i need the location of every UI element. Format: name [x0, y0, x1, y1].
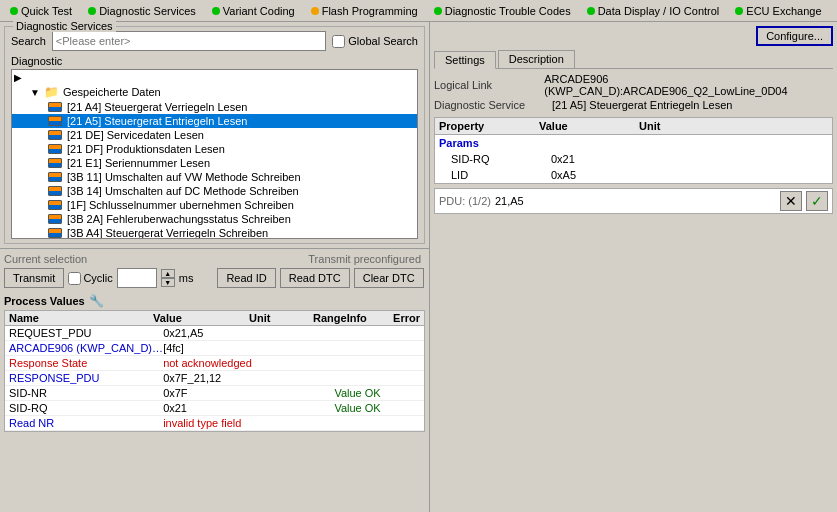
leaf-icon-3ba4: [48, 228, 62, 238]
table-row[interactable]: ARCADE906 (KWP_CAN_D):ARCADE906_Q2_Low..…: [5, 341, 424, 356]
global-search-checkbox[interactable]: [332, 35, 345, 48]
search-input[interactable]: [52, 31, 326, 51]
tree-leaf-21df[interactable]: [21 DF] Produktionsdaten Lesen: [12, 142, 417, 156]
diag-service-row: Diagnostic Service [21 A5] Steuergerat E…: [434, 99, 833, 111]
search-row: Search Global Search: [9, 31, 420, 51]
transmit-button[interactable]: Transmit: [4, 268, 64, 288]
tree-leaf-label-selected: [21 A5] Steuergerat Entriegeln Lesen: [67, 115, 247, 127]
tree-area[interactable]: ▶ ▼ 📁 Gespeicherte Daten [21 A4] Steuerg…: [11, 69, 418, 239]
pt-cell-range: [334, 357, 420, 369]
tab-description[interactable]: Description: [498, 50, 575, 68]
table-row[interactable]: REQUEST_PDU0x21,A5: [5, 326, 424, 341]
pdu-value: 21,A5: [495, 195, 776, 207]
nav-item-diagnostic-services[interactable]: Diagnostic Services: [82, 5, 202, 17]
process-values-label: Process Values: [4, 295, 85, 307]
prop-header-value: Value: [539, 120, 639, 132]
leaf-icon-21e1: [48, 158, 62, 168]
table-row[interactable]: Response Statenot acknowledged: [5, 356, 424, 371]
tree-leaf-21e1[interactable]: [21 E1] Seriennummer Lesen: [12, 156, 417, 170]
leaf-icon-21de: [48, 130, 62, 140]
table-row[interactable]: RESPONSE_PDU0x7F_21,12: [5, 371, 424, 386]
tree-leaf-21a5[interactable]: [21 A5] Steuergerat Entriegeln Lesen: [12, 114, 417, 128]
prop-sidrq-value: 0x21: [551, 153, 651, 165]
tree-leaf-3b2a[interactable]: [3B 2A] Fehleruberwachungsstatus Schreib…: [12, 212, 417, 226]
clear-dtc-button[interactable]: Clear DTC: [354, 268, 424, 288]
nav-label-2: Variant Coding: [223, 5, 295, 17]
diag-service-label: Diagnostic Service: [434, 99, 544, 111]
tree-leaf-1f[interactable]: [1F] Schlusselnummer ubernehmen Schreibe…: [12, 198, 417, 212]
pt-cell-value: 0x21,A5: [163, 327, 266, 339]
pt-cell-unit: [266, 342, 335, 354]
prop-header-property: Property: [439, 120, 539, 132]
process-table-rows: REQUEST_PDU0x21,A5ARCADE906 (KWP_CAN_D):…: [5, 326, 424, 431]
folder-icon: 📁: [44, 85, 59, 99]
nav-item-flash-programming[interactable]: Flash Programming: [305, 5, 424, 17]
nav-item-symbolic-trace[interactable]: Symbolic Trace: [832, 5, 837, 17]
nav-item-diagnostic-trouble-codes[interactable]: Diagnostic Trouble Codes: [428, 5, 577, 17]
tree-leaf-3b14[interactable]: [3B 14] Umschalten auf DC Methode Schrei…: [12, 184, 417, 198]
read-id-button[interactable]: Read ID: [217, 268, 275, 288]
tab-settings[interactable]: Settings: [434, 51, 496, 69]
table-row[interactable]: SID-RQ0x21Value OK: [5, 401, 424, 416]
pt-cell-name: REQUEST_PDU: [9, 327, 163, 339]
nav-item-data-display-/-io-control[interactable]: Data Display / IO Control: [581, 5, 726, 17]
global-search-text: Global Search: [348, 35, 418, 47]
leaf-icon-3b11: [48, 172, 62, 182]
spinner-down[interactable]: ▼: [161, 278, 175, 287]
pt-header-value: Value: [153, 312, 249, 324]
cyclic-label: Cyclic: [68, 272, 112, 285]
settings-content: Logical Link ARCADE906 (KWP_CAN_D):ARCAD…: [434, 73, 833, 113]
tree-leaf-label: [21 A4] Steuergerat Verriegeln Lesen: [67, 101, 247, 113]
ms-label: ms: [179, 272, 194, 284]
logical-link-label: Logical Link: [434, 79, 536, 91]
nav-label-6: ECU Exchange: [746, 5, 821, 17]
prop-row-lid: LID 0xA5: [435, 167, 832, 183]
top-nav-bar: const navData = JSON.parse(document.getE…: [0, 0, 837, 22]
table-row[interactable]: Read NRinvalid type fieldNo matching ent…: [5, 416, 424, 431]
spinner-up[interactable]: ▲: [161, 269, 175, 278]
pt-cell-value: [4fc]: [163, 342, 266, 354]
pt-cell-range: [334, 327, 420, 339]
pt-cell-range: Value OK: [334, 387, 420, 399]
process-table: Name Value Unit RangeInfo Error REQUEST_…: [4, 310, 425, 432]
button-row: Transmit Cyclic 2000 ▲ ▼ ms Read ID Read…: [4, 268, 425, 288]
tree-leaf-3b11[interactable]: [3B 11] Umschalten auf VW Methode Schrei…: [12, 170, 417, 184]
cyclic-checkbox[interactable]: [68, 272, 81, 285]
process-values-icon: 🔧: [89, 294, 104, 308]
pt-header-range: RangeInfo: [313, 312, 393, 324]
tree-folder-gespeicherte[interactable]: ▼ 📁 Gespeicherte Daten: [12, 84, 417, 100]
pt-cell-name: ARCADE906 (KWP_CAN_D):ARCADE906_Q2_Low..…: [9, 342, 163, 354]
nav-label-3: Flash Programming: [322, 5, 418, 17]
prop-header-unit: Unit: [639, 120, 828, 132]
pdu-cancel-button[interactable]: ✕: [780, 191, 802, 211]
nav-item-quick-test[interactable]: Quick Test: [4, 5, 78, 17]
pt-cell-value: 0x7F: [163, 387, 266, 399]
nav-dot-green: [10, 7, 18, 15]
nav-dot-green: [88, 7, 96, 15]
diagnostic-services-group: Diagnostic Services Search Global Search…: [4, 26, 425, 244]
pt-cell-name: Response State: [9, 357, 163, 369]
nav-label-4: Diagnostic Trouble Codes: [445, 5, 571, 17]
table-row[interactable]: SID-NR0x7FValue OK: [5, 386, 424, 401]
current-selection-label: Current selection: [4, 253, 87, 265]
pdu-confirm-button[interactable]: ✓: [806, 191, 828, 211]
tree-folder-label: Gespeicherte Daten: [63, 86, 161, 98]
ms-input[interactable]: 2000: [117, 268, 157, 288]
nav-item-variant-coding[interactable]: Variant Coding: [206, 5, 301, 17]
pt-cell-unit: [266, 387, 335, 399]
tree-leaf-21e1: [21 E1] Seriennummer Lesen: [67, 157, 210, 169]
diagnostic-services-title: Diagnostic Services: [13, 20, 116, 32]
nav-item-ecu-exchange[interactable]: ECU Exchange: [729, 5, 827, 17]
configure-button[interactable]: Configure...: [756, 26, 833, 46]
nav-dot-orange: [311, 7, 319, 15]
nav-dot-green: [735, 7, 743, 15]
tree-leaf-3ba4[interactable]: [3B A4] Steuergerat Verriegeln Schreiben: [12, 226, 417, 239]
leaf-icon-1f: [48, 200, 62, 210]
tree-leaf-21a4[interactable]: [21 A4] Steuergerat Verriegeln Lesen: [12, 100, 417, 114]
pt-cell-name: Read NR: [9, 417, 163, 429]
nav-dot-green: [587, 7, 595, 15]
read-dtc-button[interactable]: Read DTC: [280, 268, 350, 288]
tree-leaf-21de[interactable]: [21 DE] Servicedaten Lesen: [12, 128, 417, 142]
pt-header-error: Error: [393, 312, 420, 324]
prop-sidrq-name: SID-RQ: [451, 153, 551, 165]
